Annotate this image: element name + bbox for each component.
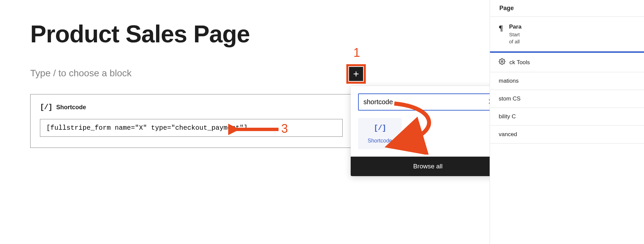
- sidebar-section-custom-css[interactable]: stom CS: [490, 90, 644, 108]
- inserter-result-shortcode[interactable]: [/] Shortcode: [358, 118, 402, 149]
- block-meta-title: Para: [509, 24, 522, 30]
- sidebar-section-label: mations: [499, 78, 519, 84]
- tab-page[interactable]: Page: [499, 5, 514, 12]
- inserter-search-wrap: [358, 93, 498, 111]
- shortcode-icon: [/]: [40, 103, 52, 112]
- sidebar-section-label: stom CS: [499, 95, 521, 102]
- add-block-highlight: [346, 64, 366, 84]
- sidebar-section-advanced[interactable]: vanced: [490, 126, 644, 144]
- block-placeholder[interactable]: Type / to choose a block: [30, 68, 352, 79]
- block-meta: Para Start of all: [509, 24, 522, 44]
- sidebar-section-label: bility C: [499, 113, 516, 120]
- page-title[interactable]: Product Sales Page: [30, 20, 352, 48]
- block-inserter-popover: [/] Shortcode Browse all: [351, 86, 505, 176]
- sidebar-section-tools[interactable]: ck Tools: [490, 53, 644, 72]
- shortcode-input[interactable]: [40, 119, 343, 137]
- inserter-search-input[interactable]: [358, 93, 498, 111]
- block-meta-desc-2: of all: [509, 39, 522, 44]
- gear-icon: [499, 58, 505, 67]
- sidebar-tabs: Page: [490, 0, 644, 17]
- block-meta-desc-1: Start: [509, 32, 522, 37]
- shortcode-block-label: Shortcode: [56, 104, 86, 111]
- inserter-result-label: Shortcode: [368, 138, 392, 144]
- sidebar-section-list: ck Tools mations stom CS bility C vanced: [490, 51, 644, 144]
- add-block-button[interactable]: [349, 67, 363, 81]
- empty-block-row: Type / to choose a block: [30, 68, 352, 79]
- sidebar-section-label: vanced: [499, 131, 517, 138]
- editor-canvas: Product Sales Page Type / to choose a bl…: [30, 20, 352, 148]
- sidebar-section-visibility[interactable]: bility C: [490, 108, 644, 126]
- pilcrow-icon: ¶: [499, 24, 503, 44]
- shortcode-block-header: [/] Shortcode: [40, 103, 343, 112]
- sidebar-section-label: ck Tools: [509, 59, 530, 66]
- shortcode-icon: [/]: [374, 124, 386, 132]
- annotation-number-1: 1: [353, 46, 360, 60]
- browse-all-button[interactable]: Browse all: [351, 157, 505, 176]
- shortcode-block[interactable]: [/] Shortcode: [30, 94, 352, 148]
- popover-body: [/] Shortcode: [351, 86, 505, 157]
- plus-icon: [352, 70, 360, 78]
- svg-point-4: [501, 61, 503, 63]
- settings-sidebar: Page ¶ Para Start of all ck Tools mation…: [490, 0, 644, 244]
- sidebar-section-animations[interactable]: mations: [490, 72, 644, 90]
- block-info-panel: ¶ Para Start of all: [490, 17, 644, 51]
